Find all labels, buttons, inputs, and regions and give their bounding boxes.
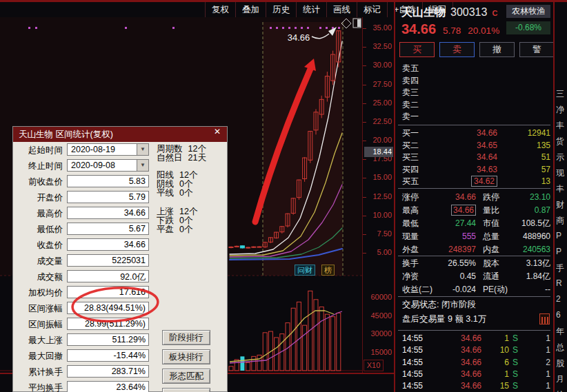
stat-value: -0.024 xyxy=(437,284,476,295)
stats-divider-2 xyxy=(398,296,550,297)
dialog-field-11[interactable]: 28.83(494.51%) xyxy=(67,302,149,314)
ask-row-5[interactable]: 卖五 xyxy=(402,63,550,74)
tick-count: 1 xyxy=(526,380,550,391)
dialog-label-6: 最低价 xyxy=(16,224,63,236)
tick-qty: 1 xyxy=(481,333,509,344)
dialog-field-6[interactable]: 5.67 xyxy=(67,223,149,235)
session-status: 交易状态: 闭市阶段 xyxy=(402,299,547,311)
sliver-glyph: 6 xyxy=(556,310,567,320)
ask-label: 卖四 xyxy=(402,75,431,86)
dialog-label-16: 平均换手 xyxy=(16,382,63,392)
ask-price xyxy=(430,99,497,110)
bid-price: 34.63 xyxy=(430,164,497,175)
ask-row-4[interactable]: 卖四 xyxy=(402,75,550,86)
stat-label: 现量 xyxy=(402,231,438,242)
volume-bar xyxy=(257,355,261,371)
bid-row-3[interactable]: 买三34.6451 xyxy=(402,152,550,163)
dialog-field-14[interactable]: -15.44% xyxy=(67,349,149,362)
tick-time: 14:55 xyxy=(402,369,431,380)
sliver-glyph: 股 xyxy=(556,358,567,369)
bid-price: 34.64 xyxy=(430,152,497,163)
dialog-field-16[interactable]: 23.64% xyxy=(67,381,149,392)
dialog-field-4[interactable]: 5.79 xyxy=(67,191,149,203)
stat-label: 外盘 xyxy=(402,244,438,255)
trade-button-4[interactable]: 警 xyxy=(519,42,555,57)
dropdown-arrow-icon[interactable]: ▼ xyxy=(137,144,148,155)
stat-label: 净资 xyxy=(402,271,438,282)
dialog-field-value: 28.99(511.29%) xyxy=(85,319,146,329)
toolbar-item-5[interactable]: 画线 xyxy=(326,2,357,17)
dialog-field-7[interactable]: 34.66 xyxy=(67,238,149,251)
dialog-field-value: 5225031 xyxy=(112,256,146,265)
dialog-field-3[interactable]: 5.83 xyxy=(67,175,149,187)
stats-row-3: 最低27.44市值108.5亿 xyxy=(402,218,550,229)
bid-row-2[interactable]: 买二34.65135 xyxy=(402,140,550,151)
tick-time: 14:55 xyxy=(402,380,431,391)
dialog-field-9[interactable]: 92.0亿 xyxy=(67,270,149,282)
dialog-label-15: 累计换手 xyxy=(16,367,63,378)
dialog-field-15[interactable]: 283.71% xyxy=(67,365,149,378)
crosshair-price-label: 18.44 xyxy=(364,147,393,157)
sliver-glyph: 货 xyxy=(556,136,567,147)
ask-volume xyxy=(499,111,550,122)
ask-label: 卖一 xyxy=(402,111,431,122)
tick-count: 1 xyxy=(526,369,550,380)
candle-body xyxy=(252,247,256,247)
dialog-field-8[interactable]: 5225031 xyxy=(67,254,149,267)
close-icon[interactable]: ✕ xyxy=(212,127,223,136)
stats-row-7: 净资0.45流通1.84亿 xyxy=(402,271,550,282)
ask-row-2[interactable]: 卖二 xyxy=(402,99,550,110)
price-tick-label: 25.00 xyxy=(364,99,392,107)
dialog-button-1[interactable]: 阶段排行 xyxy=(162,330,210,345)
tick-time: 14:55 xyxy=(402,357,431,368)
dialog-title[interactable]: 天山生物 区间统计(复权) xyxy=(13,127,227,142)
bid-row-5[interactable]: 买五34.6213 xyxy=(402,176,550,187)
ask-row-1[interactable]: 卖一 xyxy=(402,111,550,122)
bid-volume: 57 xyxy=(499,164,550,175)
stock-app-window: 复权叠加历史统计画线标记+自选返回 34.66 问财 榜 35.0032.503… xyxy=(0,0,567,392)
clipped-side-panel: 三净丰货示现丰财商PP手R26年总股月轮 xyxy=(556,0,567,392)
rank-badge[interactable]: 榜 xyxy=(321,265,335,276)
stat-value: 34.66 xyxy=(437,205,476,216)
dialog-button-3[interactable]: 形态匹配 xyxy=(162,369,210,384)
pane-toggle-icon-fill xyxy=(357,19,361,27)
dialog-field-value: 34.66 xyxy=(124,208,146,218)
stat-value: 488960 xyxy=(513,231,550,242)
dialog-button-partial[interactable] xyxy=(162,388,210,392)
wencai-badge[interactable]: 问财 xyxy=(295,265,315,276)
trade-button-2[interactable]: 卖 xyxy=(439,42,475,57)
toolbar-item-3[interactable]: 历史 xyxy=(266,2,296,17)
dropdown-arrow-icon[interactable]: ▼ xyxy=(137,160,148,171)
bid-row-4[interactable]: 买四34.6357 xyxy=(402,164,550,175)
sliver-glyph: P xyxy=(556,231,567,240)
sliver-glyph: 商 xyxy=(556,215,567,227)
toolbar-item-4[interactable]: 统计 xyxy=(296,2,326,17)
sector-name[interactable]: 农林牧渔 xyxy=(506,5,550,18)
toolbar-item-2[interactable]: 叠加 xyxy=(235,2,266,17)
dialog-field-12[interactable]: 28.99(511.29%) xyxy=(67,318,149,330)
sliver-glyph: 三 xyxy=(556,88,567,100)
dialog-field-10[interactable]: 17.616 xyxy=(67,286,149,298)
signal-dot xyxy=(301,27,303,29)
trade-button-1[interactable]: 买 xyxy=(399,42,435,57)
price-tick-label: 15.00 xyxy=(364,173,392,181)
stock-code: 300313 xyxy=(450,6,487,19)
toolbar-item-1[interactable]: 复权 xyxy=(205,2,235,17)
price-tick-mark xyxy=(363,253,366,254)
sliver-glyph: 丰 xyxy=(556,183,567,195)
bid-label: 买四 xyxy=(402,164,431,175)
dialog-field-1[interactable]: 2020-08-19▼ xyxy=(67,143,149,156)
ask-row-3[interactable]: 卖三 xyxy=(402,87,550,98)
dialog-field-2[interactable]: 2020-09-08▼ xyxy=(67,159,149,172)
bid-row-1[interactable]: 买一34.6612941 xyxy=(402,127,550,138)
stat-value: 555 xyxy=(437,231,476,242)
dialog-label-1: 起始时间 xyxy=(16,145,63,156)
dialog-field-5[interactable]: 34.66 xyxy=(67,207,149,219)
trade-button-3[interactable]: 撤 xyxy=(479,42,515,57)
volume-bar xyxy=(314,300,318,371)
dialog-button-2[interactable]: 板块排行 xyxy=(162,349,210,364)
dialog-field-13[interactable]: 511.29% xyxy=(67,333,149,346)
volume-bar xyxy=(331,317,335,371)
after-hours-chart-icon[interactable] xyxy=(539,313,550,324)
price-tick-mark xyxy=(363,178,366,178)
